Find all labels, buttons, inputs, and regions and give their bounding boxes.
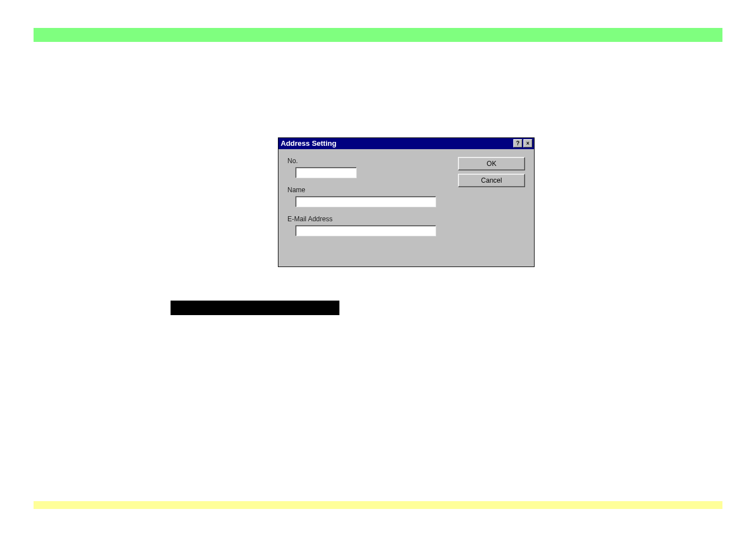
label-no: No. <box>287 157 436 165</box>
titlebar[interactable]: Address Setting ? × <box>278 138 534 149</box>
dialog-title: Address Setting <box>281 139 512 147</box>
input-email[interactable] <box>295 225 436 236</box>
cancel-button[interactable]: Cancel <box>458 174 525 187</box>
black-redaction-bar <box>171 301 339 315</box>
help-icon[interactable]: ? <box>513 139 522 147</box>
form-column: No. Name E-Mail Address <box>287 157 436 244</box>
close-icon[interactable]: × <box>523 139 532 147</box>
field-name: Name <box>287 186 436 207</box>
button-column: OK Cancel <box>458 157 525 191</box>
label-name: Name <box>287 186 436 194</box>
input-no[interactable] <box>295 167 357 178</box>
field-no: No. <box>287 157 436 178</box>
input-name[interactable] <box>295 196 436 207</box>
label-email: E-Mail Address <box>287 215 436 223</box>
address-setting-dialog: Address Setting ? × No. Name E-Mail Addr… <box>278 137 535 267</box>
header-green-bar <box>34 28 722 42</box>
ok-button[interactable]: OK <box>458 157 525 170</box>
footer-yellow-bar <box>34 501 722 509</box>
dialog-body: No. Name E-Mail Address OK Cancel <box>278 149 534 266</box>
field-email: E-Mail Address <box>287 215 436 236</box>
